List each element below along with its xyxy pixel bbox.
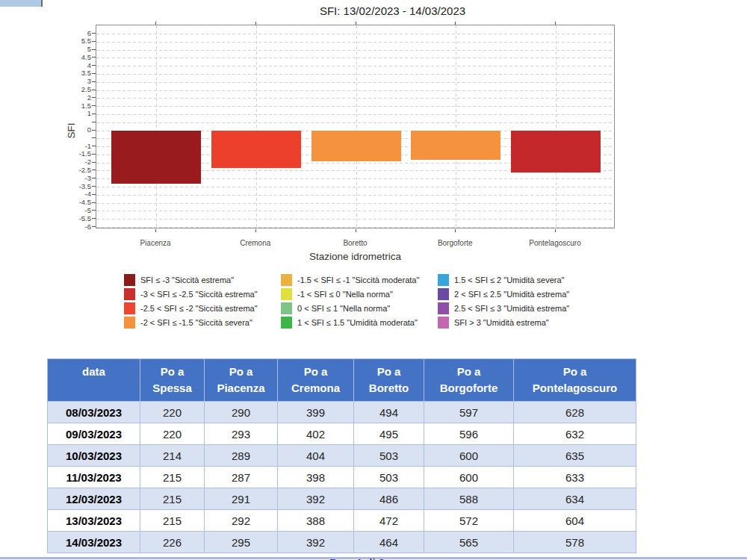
value-cell: 404 bbox=[278, 445, 354, 467]
value-cell: 464 bbox=[354, 532, 424, 553]
value-cell: 290 bbox=[205, 402, 278, 423]
value-cell: 486 bbox=[354, 488, 424, 510]
header-line1: Po a bbox=[514, 364, 636, 380]
legend-column: 1.5 < SFI ≤ 2 "Umidità severa"2 < SFI ≤ … bbox=[438, 274, 569, 331]
y-tick-label: 3.5 bbox=[60, 69, 91, 77]
bar-borgoforte bbox=[411, 131, 500, 160]
h-gridline bbox=[96, 34, 614, 34]
date-cell: 11/03/2023 bbox=[48, 467, 140, 488]
y-tick-label: -2.5 bbox=[60, 166, 91, 174]
header-line1: Po a bbox=[424, 364, 513, 380]
x-tick bbox=[155, 229, 156, 232]
table-header-cell: Po aBoretto bbox=[354, 359, 424, 402]
value-cell: 604 bbox=[514, 510, 636, 532]
bar-piacenza bbox=[111, 131, 201, 184]
h-gridline bbox=[96, 90, 614, 91]
value-cell: 402 bbox=[278, 423, 354, 445]
h-gridline bbox=[96, 42, 614, 43]
plot-area bbox=[96, 25, 615, 228]
legend-swatch bbox=[281, 274, 292, 286]
legend-label: -1.5 < SFI ≤ -1 "Siccità moderata" bbox=[297, 276, 419, 284]
table-header-cell: Po aCremona bbox=[278, 359, 354, 402]
y-tick-label: 1.5 bbox=[60, 102, 91, 110]
value-cell: 578 bbox=[514, 532, 636, 553]
h-gridline bbox=[96, 66, 614, 66]
value-cell: 289 bbox=[205, 445, 278, 467]
legend-swatch bbox=[438, 288, 449, 300]
value-cell: 398 bbox=[278, 467, 354, 488]
bar-pontelagoscuro bbox=[511, 131, 601, 172]
h-gridline bbox=[96, 219, 614, 220]
legend-swatch bbox=[124, 317, 135, 329]
y-tick-label: -4 bbox=[60, 190, 91, 198]
y-tick-label: 3 bbox=[60, 77, 91, 85]
h-gridline bbox=[96, 98, 614, 99]
legend-label: -1 < SFI ≤ 0 "Nella norma" bbox=[297, 290, 393, 299]
h-gridline bbox=[96, 114, 614, 115]
x-category-label: Pontelagoscuro bbox=[506, 239, 604, 247]
table-row: 08/03/2023220290399494597628 bbox=[48, 402, 636, 423]
value-cell: 287 bbox=[205, 467, 278, 488]
value-cell: 494 bbox=[354, 402, 424, 423]
value-cell: 588 bbox=[424, 488, 514, 510]
y-tick-label: -4.5 bbox=[60, 198, 91, 206]
value-cell: 291 bbox=[205, 488, 278, 510]
legend-item: SFI ≤ -3 "Siccità estrema" bbox=[124, 274, 258, 286]
table-header-cell: Po aPontelagoscuro bbox=[514, 359, 636, 402]
v-gridline bbox=[356, 25, 357, 228]
x-category-label: Piacenza bbox=[107, 239, 204, 247]
h-gridline bbox=[96, 211, 614, 211]
legend-label: -3 < SFI ≤ -2.5 "Siccità estrema" bbox=[140, 290, 258, 299]
header-line2: Spessa bbox=[140, 380, 204, 396]
y-tick-label: 6 bbox=[60, 29, 91, 37]
value-cell: 215 bbox=[140, 467, 205, 488]
bar-cremona bbox=[211, 131, 301, 168]
legend-swatch bbox=[438, 317, 449, 329]
y-tick-label: 5 bbox=[60, 45, 91, 53]
y-tick-label: 2.5 bbox=[60, 85, 91, 93]
x-tick bbox=[455, 229, 456, 232]
legend-swatch bbox=[124, 302, 135, 314]
y-tick-label: -3 bbox=[60, 174, 91, 182]
value-cell: 628 bbox=[514, 402, 636, 423]
value-cell: 392 bbox=[278, 488, 354, 510]
value-cell: 215 bbox=[140, 510, 205, 532]
legend-label: -2.5 < SFI ≤ -2 "Siccità estrema" bbox=[140, 304, 258, 313]
legend-item: -2.5 < SFI ≤ -2 "Siccità estrema" bbox=[124, 302, 258, 314]
value-cell: 292 bbox=[205, 510, 278, 532]
value-cell: 293 bbox=[205, 423, 278, 445]
legend-swatch bbox=[124, 288, 135, 300]
legend-label: 2 < SFI ≤ 2.5 "Umidità estrema" bbox=[454, 290, 569, 299]
h-gridline bbox=[96, 106, 614, 107]
legend-label: 2.5 < SFI ≤ 3 "Umidità estrema" bbox=[454, 304, 569, 313]
h-gridline bbox=[96, 50, 614, 51]
value-cell: 392 bbox=[278, 532, 354, 553]
legend-item: 2.5 < SFI ≤ 3 "Umidità estrema" bbox=[438, 302, 569, 314]
header-line2: Cremona bbox=[278, 380, 353, 396]
table-header-cell: Po aPiacenza bbox=[205, 359, 278, 402]
value-cell: 632 bbox=[514, 423, 636, 445]
value-cell: 215 bbox=[140, 488, 205, 510]
legend-swatch bbox=[438, 302, 449, 314]
y-tick-label: -3.5 bbox=[60, 182, 91, 190]
value-cell: 600 bbox=[424, 467, 514, 488]
y-tick-label: 5.5 bbox=[60, 37, 91, 45]
header-line1: Po a bbox=[278, 364, 353, 380]
legend-swatch bbox=[281, 288, 292, 300]
value-cell: 572 bbox=[424, 510, 514, 532]
x-tick bbox=[255, 229, 256, 232]
y-tick-label: -1 bbox=[60, 142, 91, 150]
h-gridline bbox=[96, 187, 614, 187]
y-tick-label: 2 bbox=[60, 93, 91, 102]
date-cell: 12/03/2023 bbox=[48, 488, 140, 510]
header-line2: Boretto bbox=[354, 380, 424, 396]
h-gridline bbox=[96, 227, 614, 228]
date-cell: 14/03/2023 bbox=[48, 532, 140, 553]
header-line1: data bbox=[48, 364, 140, 380]
table-header-cell: Po aBorgoforte bbox=[424, 359, 514, 402]
y-tick-label: -5.5 bbox=[60, 214, 91, 223]
table-row: 12/03/2023215291392486588634 bbox=[48, 488, 636, 510]
v-gridline bbox=[556, 25, 557, 228]
date-cell: 13/03/2023 bbox=[48, 510, 140, 532]
legend-item: 1 < SFI ≤ 1.5 "Umidità moderata" bbox=[281, 317, 419, 329]
